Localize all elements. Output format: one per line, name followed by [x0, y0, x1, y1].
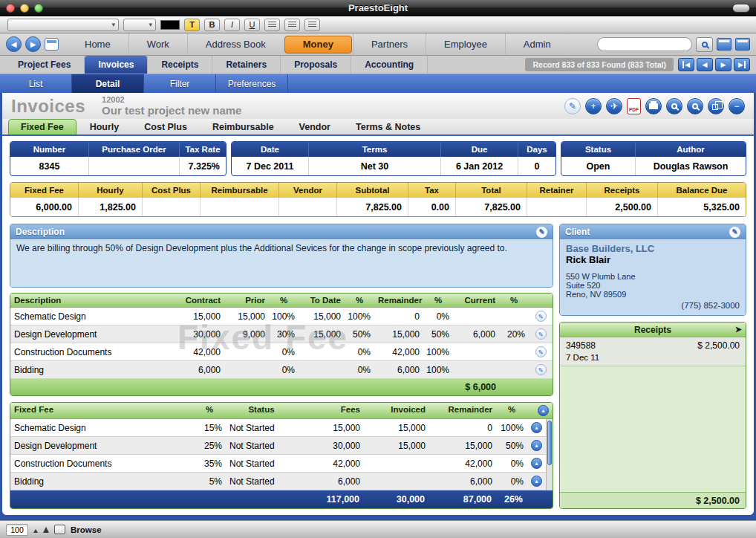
tab-cost-plus[interactable]: Cost Plus [132, 120, 199, 134]
current-pct-cell[interactable]: 20% [499, 325, 529, 343]
retainer-amount[interactable] [527, 198, 587, 216]
omit-button[interactable]: − [729, 98, 745, 114]
edit-description-button[interactable]: ✎ [536, 227, 547, 238]
zoom-window-button[interactable] [34, 4, 43, 13]
current-pct-cell[interactable] [499, 308, 529, 325]
subtab-invoices[interactable]: Invoices [85, 56, 148, 74]
subtab-receipts[interactable]: Receipts [148, 56, 212, 74]
current-cell[interactable]: 6,000 [453, 325, 499, 343]
scrollbar-thumb[interactable] [547, 421, 552, 465]
invoiced-cell[interactable] [364, 455, 429, 472]
remainder-pct-cell[interactable]: 100% [423, 361, 453, 378]
status-cell[interactable]: Not Started [226, 473, 297, 490]
hourly-amount[interactable]: 1,825.00 [79, 198, 143, 216]
total-amount[interactable]: 7,825.00 [456, 198, 527, 216]
phase-name[interactable]: Schematic Design [10, 308, 178, 325]
remainder-pct-cell[interactable]: 0% [496, 473, 527, 490]
back-button[interactable]: ◀ [6, 36, 22, 52]
window-small-icon[interactable] [717, 38, 731, 51]
pct-cell[interactable]: 25% [193, 437, 226, 454]
subtab-project-fees[interactable]: Project Fees [4, 56, 85, 74]
to-date-pct-cell[interactable]: 0% [345, 343, 374, 360]
prior-pct-cell[interactable]: 100% [269, 308, 299, 325]
contract-cell[interactable]: 6,000 [178, 361, 224, 378]
edit-client-button[interactable]: ✎ [729, 227, 740, 238]
prior-pct-cell[interactable]: 0% [269, 343, 299, 360]
find-button[interactable] [687, 98, 703, 114]
underline-button[interactable]: U [244, 19, 260, 31]
to-date-cell[interactable]: 15,000 [299, 325, 345, 343]
viewtab-detail[interactable]: Detail [72, 74, 144, 93]
fees-cell[interactable]: 6,000 [297, 473, 364, 490]
mode-selector[interactable]: Browse [71, 525, 102, 534]
print-button[interactable] [645, 98, 662, 114]
remainder-pct-cell[interactable]: 100% [423, 343, 453, 360]
to-date-pct-cell[interactable]: 50% [345, 325, 374, 343]
move-up-button[interactable]: ▲ [531, 458, 542, 469]
nav-tab-home[interactable]: Home [67, 33, 128, 55]
fees-cell[interactable]: 42,000 [297, 455, 364, 472]
align-left-button[interactable] [264, 19, 280, 31]
prior-cell[interactable] [224, 361, 269, 378]
remainder-cell[interactable]: 0 [429, 419, 496, 436]
phase-name[interactable]: Design Development [10, 325, 178, 343]
nav-tab-address-book[interactable]: Address Book [187, 33, 284, 55]
client-contact[interactable]: Rick Blair [566, 254, 740, 265]
italic-button[interactable]: I [224, 19, 240, 31]
phase-name[interactable]: Construction Documents [10, 455, 193, 472]
toolbar-toggle-button[interactable] [732, 4, 750, 13]
subtab-proposals[interactable]: Proposals [281, 56, 351, 74]
search-button[interactable] [696, 37, 713, 52]
color-swatch[interactable] [160, 20, 180, 30]
receipt-entry[interactable]: 349588 $ 2,500.00 7 Dec 11 [560, 337, 746, 366]
purchase-order-field[interactable] [89, 157, 180, 175]
quick-layout-icon[interactable] [45, 38, 59, 51]
tab-hourly[interactable]: Hourly [78, 120, 131, 134]
tab-fixed-fee[interactable]: Fixed Fee [8, 119, 76, 134]
remainder-cell[interactable]: 42,000 [429, 455, 496, 472]
contract-cell[interactable]: 15,000 [178, 308, 224, 325]
phase-name[interactable]: Construction Documents [10, 343, 178, 360]
nav-tab-partners[interactable]: Partners [353, 33, 426, 55]
nav-tab-employee[interactable]: Employee [426, 33, 505, 55]
fixed-fee-amount[interactable]: 6,000.00 [10, 198, 79, 216]
prior-cell[interactable]: 15,000 [224, 308, 269, 325]
current-pct-cell[interactable] [499, 361, 529, 378]
prior-pct-cell[interactable]: 30% [269, 325, 299, 343]
cost-plus-amount[interactable] [143, 198, 201, 216]
status-field[interactable]: Open [561, 157, 636, 175]
phase-name[interactable]: Schematic Design [10, 419, 193, 436]
zoom-out-icon[interactable] [33, 529, 38, 533]
viewtab-filter[interactable]: Filter [144, 74, 216, 93]
previous-record-button[interactable]: ◀ [697, 58, 713, 71]
remainder-pct-cell[interactable]: 100% [496, 419, 527, 436]
terms-field[interactable]: Net 30 [309, 157, 441, 175]
remainder-cell[interactable]: 6,000 [429, 473, 496, 490]
edit-row-button[interactable]: ✎ [535, 346, 547, 357]
align-right-button[interactable] [304, 19, 320, 31]
project-name[interactable]: Our test project new name [102, 104, 241, 117]
status-cell[interactable]: Not Started [226, 455, 297, 472]
invoice-date-field[interactable]: 7 Dec 2011 [232, 157, 309, 175]
subtotal-amount[interactable]: 7,825.00 [337, 198, 408, 216]
invoiced-cell[interactable]: 15,000 [364, 419, 429, 436]
to-date-cell[interactable] [299, 343, 345, 360]
move-up-button[interactable]: ▲ [531, 440, 542, 451]
remainder-cell[interactable]: 0 [374, 308, 423, 325]
to-date-pct-cell[interactable]: 0% [345, 361, 374, 378]
align-center-button[interactable] [284, 19, 300, 31]
tax-rate-field[interactable]: 7.325% [180, 157, 226, 175]
current-cell[interactable] [453, 308, 499, 325]
window-large-icon[interactable] [735, 38, 750, 51]
contract-cell[interactable]: 30,000 [178, 325, 224, 343]
next-record-button[interactable]: ▶ [715, 58, 731, 71]
zoom-level[interactable]: 100 [6, 524, 28, 536]
days-field[interactable]: 0 [518, 157, 555, 175]
search-input[interactable] [604, 40, 685, 49]
author-field[interactable]: Douglas Rawson [636, 157, 746, 175]
add-invoice-button[interactable]: + [585, 98, 602, 114]
contract-cell[interactable]: 42,000 [178, 343, 224, 360]
font-size-dropdown[interactable]: ▾ [123, 19, 156, 31]
zoom-button[interactable] [666, 98, 682, 114]
remainder-cell[interactable]: 6,000 [374, 361, 423, 378]
